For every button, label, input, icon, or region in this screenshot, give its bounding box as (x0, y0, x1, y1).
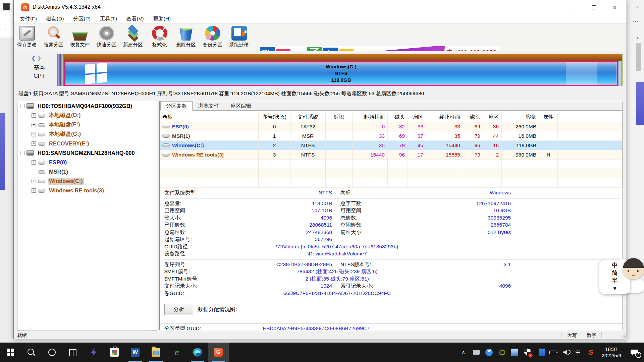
toolbar-button[interactable]: 格式化 (146, 24, 173, 51)
tab-partition-params[interactable]: 分区参数 (160, 101, 193, 111)
taskbar-clock[interactable]: 18:37 2022/5/9 (598, 346, 625, 359)
toolbar-button[interactable]: 搜索分区 (40, 24, 67, 51)
col-volume-label[interactable]: 卷标 (160, 113, 259, 122)
back-arrow-icon[interactable]: ← (3, 24, 10, 32)
menu-file[interactable]: 文件(F) (20, 15, 37, 22)
more-menu-icon[interactable]: ⋯ (633, 18, 639, 25)
partition-row[interactable]: MSR(1) 1 MSR 33 69 37 35 79 44 16.0MB (160, 131, 623, 141)
toolbar-button[interactable]: 新建分区 (120, 24, 146, 51)
taskbar-button[interactable] (0, 343, 21, 362)
toolbar-button[interactable]: 保存更改 (14, 24, 40, 51)
tray-icon[interactable] (560, 346, 571, 359)
taskbar-button[interactable] (21, 343, 42, 362)
tree-item[interactable]: − HD1:SAMSUNGMZNLN128HAHQ-000 (17, 148, 157, 158)
recovery-partition-block[interactable] (618, 61, 622, 86)
col-filesystem[interactable]: 文件系统 (290, 113, 326, 122)
tree-item[interactable]: + ESP(0) (17, 158, 157, 167)
partition-name-cell[interactable]: Windows(C:) (160, 141, 259, 150)
col-capacity[interactable]: 容量 (502, 113, 539, 122)
taskbar-button[interactable]: G (208, 343, 229, 362)
tree-item[interactable]: − HD0:TOSHIBAMQ04ABF100(932GB) (17, 101, 157, 111)
minimize-button[interactable]: — (561, 0, 582, 14)
tree-item[interactable]: + Windows RE tools(3) (17, 186, 157, 195)
partition-name-cell[interactable]: Windows RE tools(3) (160, 150, 259, 160)
col-end-head[interactable]: 磁头 (463, 113, 483, 122)
tray-icon[interactable]: S (586, 346, 596, 359)
msr-partition-block[interactable] (61, 54, 64, 86)
tree-expand-icon[interactable]: + (32, 141, 36, 146)
taskbar-button[interactable] (62, 343, 83, 362)
tray-icon[interactable] (471, 346, 482, 359)
taskbar-button[interactable]: W (125, 343, 146, 362)
partition-row[interactable]: Windows(C:) 2 NTFS 35 79 45 15440 96 16 … (160, 141, 623, 150)
tree-expand-icon[interactable]: − (20, 104, 24, 108)
tree-item[interactable]: + 本地磁盘(D:) (17, 111, 157, 120)
tray-icon[interactable] (509, 346, 520, 359)
tray-icon[interactable]: 中 (573, 346, 584, 359)
resize-grip[interactable] (621, 333, 626, 338)
next-disk-icon[interactable]: ❯ (37, 55, 42, 61)
notification-center-button[interactable]: 2 (627, 343, 642, 362)
col-end-sector[interactable]: 扇区 (483, 113, 502, 122)
tray-icon[interactable]: ∧ (458, 346, 469, 359)
col-start-sector[interactable]: 扇区 (408, 113, 426, 122)
scroll-up-icon[interactable]: ▲ (636, 36, 640, 40)
partition-name-cell[interactable]: MSR(1) (160, 131, 259, 141)
taskbar-button[interactable] (146, 343, 166, 362)
toolbar-button[interactable]: 快速分区 (93, 24, 120, 51)
tree-item[interactable]: + RECOVERY(E:) (17, 139, 157, 148)
col-start-head[interactable]: 磁头 (388, 113, 408, 122)
tray-icon[interactable]: × (522, 346, 533, 359)
tab-browse-files[interactable]: 浏览文件 (193, 101, 225, 111)
tree-expand-icon[interactable]: + (32, 123, 36, 127)
partition-row[interactable]: ESP(0) 0 FAT32 0 32 33 33 69 36 260.0MB (160, 122, 623, 131)
toolbar-button[interactable]: 恢复文件 (67, 24, 93, 51)
menu-disk[interactable]: 磁盘(D) (46, 15, 64, 22)
prev-disk-icon[interactable]: ❮ (31, 55, 37, 61)
col-serial-status[interactable]: 序号(状态) (259, 113, 290, 122)
tray-icon[interactable]: ✻ (535, 346, 545, 359)
tree-item[interactable]: + 本地磁盘(G:) (17, 129, 157, 139)
windows-partition-block[interactable]: Windows(C:) NTFS 118.0GB (64, 61, 618, 86)
taskbar-button[interactable]: e (166, 343, 187, 362)
toolbar-button[interactable]: 系统迁移 (226, 24, 252, 51)
col-identifier[interactable]: 标识 (326, 113, 353, 122)
esp-partition-block[interactable] (57, 54, 61, 86)
detail-label: 已用空间: (164, 207, 250, 214)
tree-expand-icon[interactable]: + (32, 113, 36, 118)
taskbar-button[interactable] (42, 343, 62, 362)
col-attributes[interactable]: 属性 (539, 113, 558, 122)
tray-icon[interactable] (547, 346, 558, 359)
tree-item[interactable]: + 本地磁盘(F:) (17, 120, 157, 129)
menu-help[interactable]: 帮助(H) (153, 15, 171, 22)
menu-tools[interactable]: 工具(T) (100, 15, 117, 22)
close-icon[interactable]: × (636, 3, 639, 11)
menu-view[interactable]: 查看(V) (126, 15, 144, 22)
sogou-ime-widget[interactable]: 中 简 半 ♥ (599, 258, 644, 297)
tray-icon[interactable] (484, 346, 494, 359)
col-start-cylinder[interactable]: 起始柱面 (353, 113, 388, 122)
analyze-button[interactable]: 分析 (164, 304, 193, 315)
tree-item[interactable]: + Windows(C:) (17, 176, 157, 186)
tray-icon[interactable] (496, 346, 507, 359)
tree-expand-icon[interactable]: − (20, 151, 24, 155)
tree-expand-icon[interactable]: + (32, 188, 36, 193)
tree-item[interactable]: MSR(1) (17, 167, 157, 176)
partition-row[interactable]: Windows RE tools(3) 3 NTFS 15440 96 17 1… (160, 150, 623, 160)
toolbar-button[interactable]: 备份分区 (199, 24, 226, 51)
disk-nav-arrows[interactable]: ❮❯ (31, 55, 42, 62)
scrollbar-thumb[interactable] (636, 43, 641, 71)
partition-name-cell[interactable]: ESP(0) (160, 122, 259, 131)
tree-expand-icon[interactable]: + (32, 132, 36, 136)
taskbar-button[interactable] (187, 343, 208, 362)
close-button[interactable]: × (604, 0, 625, 14)
toolbar-button[interactable]: 删除分区 (173, 24, 199, 51)
taskbar-button[interactable] (83, 343, 104, 362)
col-end-cylinder[interactable]: 终止柱面 (426, 113, 463, 122)
tab-sector-edit[interactable]: 扇区编辑 (225, 101, 257, 111)
maximize-button[interactable] (584, 0, 604, 14)
menu-partition[interactable]: 分区(P) (73, 15, 91, 22)
tree-expand-icon[interactable]: + (32, 160, 36, 165)
tree-expand-icon[interactable]: + (32, 179, 36, 183)
taskbar-button[interactable] (104, 343, 125, 362)
